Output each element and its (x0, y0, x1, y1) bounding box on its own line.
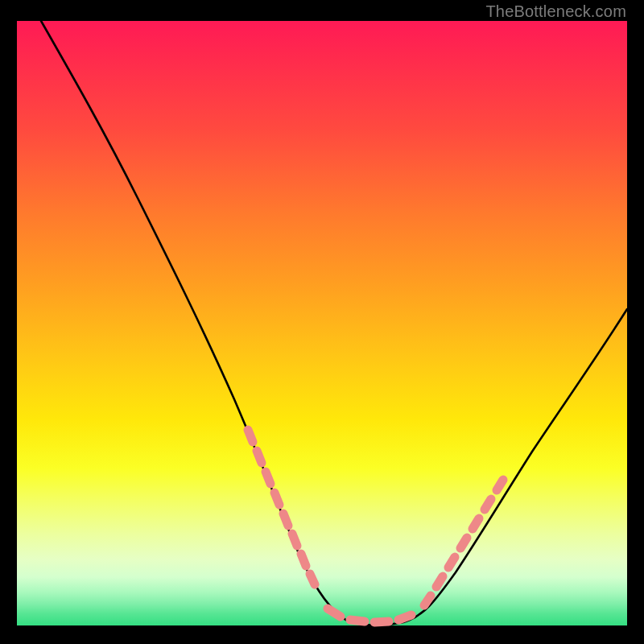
svg-line-0 (248, 430, 253, 442)
svg-line-4 (283, 514, 288, 526)
svg-line-5 (292, 534, 297, 546)
svg-line-16 (473, 518, 479, 529)
svg-line-3 (275, 493, 279, 505)
svg-line-17 (485, 499, 491, 510)
svg-line-10 (374, 621, 389, 622)
chart-frame: TheBottleneck.com (0, 0, 644, 644)
bottleneck-curve (41, 21, 627, 625)
svg-line-11 (398, 615, 411, 620)
svg-line-18 (497, 480, 503, 490)
highlight-markers-bottom (328, 609, 411, 622)
svg-line-6 (301, 554, 306, 566)
svg-line-8 (328, 609, 341, 617)
svg-line-2 (266, 472, 270, 484)
highlight-markers-right (424, 480, 503, 605)
svg-line-14 (448, 557, 455, 568)
chart-svg (17, 21, 627, 625)
svg-line-12 (424, 596, 431, 605)
svg-line-15 (460, 538, 467, 548)
svg-line-1 (257, 451, 262, 463)
svg-line-7 (310, 574, 315, 584)
watermark-text: TheBottleneck.com (485, 2, 626, 21)
svg-line-9 (350, 620, 365, 621)
svg-line-13 (436, 576, 443, 587)
highlight-markers-left (248, 430, 315, 584)
